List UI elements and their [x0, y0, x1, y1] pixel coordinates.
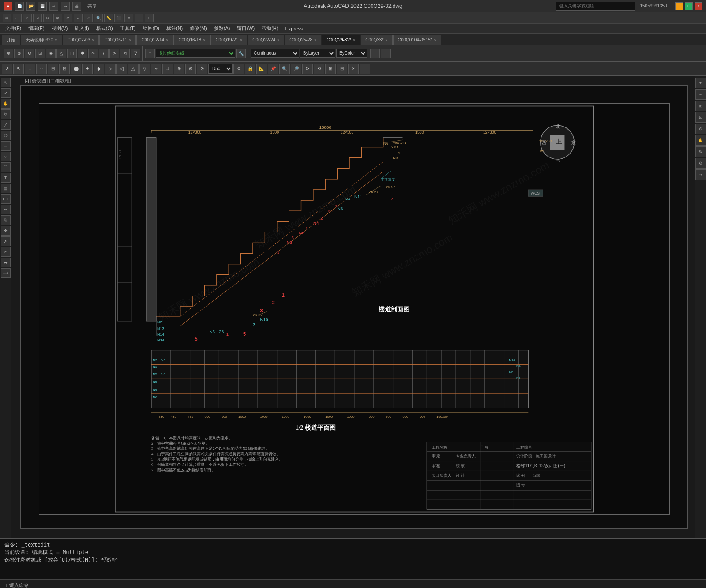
save-button[interactable]: 💾	[38, 2, 47, 11]
tab-c00q02-close[interactable]: ×	[92, 38, 94, 42]
t2-btn-7[interactable]: ⬤	[71, 64, 81, 74]
ribbon-tool-1[interactable]: ⊕	[4, 49, 13, 58]
ribbon-tool-10[interactable]: ≀	[99, 49, 109, 58]
ribbon-tool-8[interactable]: ✱	[78, 49, 87, 58]
sb-offset[interactable]: ⟹	[1, 268, 11, 278]
tab-c00q16-close[interactable]: ×	[203, 38, 205, 42]
rb-prop[interactable]: ⚙	[695, 158, 706, 169]
menu-dimension[interactable]: 标注(N)	[163, 24, 186, 34]
sb-orbit[interactable]: ↻	[1, 109, 11, 119]
app-icon[interactable]: A	[4, 2, 12, 11]
minimize-button[interactable]: −	[675, 2, 683, 10]
tab-c00q02[interactable]: C00Q02-03 ×	[63, 35, 99, 45]
redo-button[interactable]: ↪	[61, 2, 70, 11]
t2-btn-23[interactable]: 🔍	[279, 64, 290, 74]
t2-btn-28[interactable]: ⊟	[337, 64, 347, 74]
sb-circle[interactable]: ○	[1, 152, 11, 161]
tab-c00q06-close[interactable]: ×	[129, 38, 131, 42]
color-select[interactable]: ByColor	[336, 49, 367, 58]
tool-btn-15[interactable]: H	[145, 14, 154, 22]
tool-btn-9[interactable]: ⤢	[84, 14, 93, 22]
t2-btn-30[interactable]: ∣	[360, 64, 370, 74]
rb-fit[interactable]: ⊞	[695, 101, 706, 111]
drawing-canvas[interactable]: 工程名称 子 项 工程编号 审 定 专业负责人 设计阶段 施工图设计 审 核 校…	[20, 85, 688, 529]
tool-btn-11[interactable]: 📏	[104, 14, 113, 22]
t2-btn-6[interactable]: ⊟	[59, 64, 70, 74]
menu-help[interactable]: 帮助(H)	[258, 24, 282, 34]
sb-copy[interactable]: ⎘	[1, 215, 11, 225]
search-input[interactable]	[556, 2, 635, 11]
t2-btn-15[interactable]: ⌗	[162, 64, 173, 74]
t2-btn-2[interactable]: ↖	[13, 64, 24, 74]
t2-btn-14[interactable]: ⌖	[151, 64, 161, 74]
t2-btn-5[interactable]: ⊞	[48, 64, 58, 74]
tab-c00q12[interactable]: C00Q12-14 ×	[136, 35, 173, 45]
tool-btn-8[interactable]: ↔	[74, 14, 83, 22]
t2-btn-18[interactable]: ⊘	[197, 64, 207, 74]
t2-btn-22[interactable]: 📌	[268, 64, 278, 74]
ribbon-tool-6[interactable]: △	[56, 49, 66, 58]
close-button[interactable]: ×	[695, 2, 702, 10]
tab-c00q29-close[interactable]: ×	[353, 38, 355, 42]
t2-btn-16[interactable]: ⊕	[174, 64, 184, 74]
sb-move[interactable]: ✥	[1, 226, 11, 236]
rb-zoom-out[interactable]: −	[695, 89, 706, 100]
sb-hatch[interactable]: ▤	[1, 184, 11, 193]
sb-arc[interactable]: ⌒	[1, 162, 11, 172]
tab-c00q29[interactable]: C00Q29-32* ×	[322, 35, 360, 45]
tab-c00q19[interactable]: C00Q19-21 ×	[210, 35, 247, 45]
t2-btn-20[interactable]: 🔒	[245, 64, 255, 74]
tool-btn-2[interactable]: ▭	[13, 14, 22, 22]
t2-btn-4[interactable]: ↔	[36, 64, 47, 74]
ribbon-tool-2[interactable]: ⊗	[14, 49, 24, 58]
sb-rect[interactable]: ▭	[1, 141, 11, 151]
t2-btn-26[interactable]: ⟲	[314, 64, 324, 74]
tool-btn-4[interactable]: ⊿	[33, 14, 42, 22]
ribbon-tool-12[interactable]: ⊲	[120, 49, 130, 58]
tool-btn-6[interactable]: ⊕	[53, 14, 62, 22]
t2-btn-24[interactable]: 🔎	[291, 64, 301, 74]
tool-btn-13[interactable]: ≡	[124, 14, 133, 22]
sb-text[interactable]: T	[1, 173, 11, 183]
sb-line[interactable]: ╱	[1, 120, 11, 130]
menu-format[interactable]: 格式(O)	[93, 24, 116, 34]
sb-erase[interactable]: ✗	[1, 236, 11, 246]
tool-btn-3[interactable]: ○	[23, 14, 32, 22]
tab-c00q0104-close[interactable]: ×	[434, 38, 436, 42]
ribbon-tool-7[interactable]: ◻	[67, 49, 77, 58]
tab-c00q06[interactable]: C00Q06-11 ×	[99, 35, 136, 45]
sb-trim[interactable]: ✂	[1, 247, 11, 257]
layer-manager-btn[interactable]: ≡	[145, 49, 155, 58]
linetype-select[interactable]: Continuous	[251, 49, 299, 58]
snap-input[interactable]: D50	[208, 64, 233, 74]
tool-btn-7[interactable]: ⊗	[64, 14, 72, 22]
t2-btn-10[interactable]: ▷	[105, 64, 116, 74]
rb-orbit[interactable]: ↻	[695, 146, 706, 157]
layer-prop-btn[interactable]: 🔧	[236, 49, 246, 58]
t2-btn-1[interactable]: ↗	[2, 64, 12, 74]
tool-btn-14[interactable]: T	[135, 14, 143, 22]
sb-pan[interactable]: ✋	[1, 99, 11, 109]
tab-c00q33-close[interactable]: ×	[385, 38, 387, 42]
tool-btn-1[interactable]: ✏	[3, 14, 11, 22]
tool-btn-10[interactable]: 🔍	[94, 14, 103, 22]
undo-button[interactable]: ↩	[49, 2, 58, 11]
tab-c00q16[interactable]: C00Q16-18 ×	[173, 35, 210, 45]
tab-c00q33[interactable]: C00Q33* ×	[361, 35, 392, 45]
rb-pan[interactable]: ✋	[695, 135, 706, 146]
tab-c00q0104[interactable]: C00Q0104-0515* ×	[393, 35, 441, 45]
t2-btn-12[interactable]: △	[128, 64, 139, 74]
ribbon-tool-13[interactable]: ∇	[131, 49, 140, 58]
ribbon-tool-11[interactable]: ⊳	[109, 49, 119, 58]
t2-btn-27[interactable]: ⊞	[325, 64, 336, 74]
tab-c00q25-close[interactable]: ×	[314, 38, 316, 42]
tab-start[interactable]: 开始	[2, 35, 20, 45]
t2-btn-8[interactable]: ✦	[82, 64, 93, 74]
command-input-field[interactable]	[30, 583, 702, 588]
t2-btn-13[interactable]: ▽	[139, 64, 150, 74]
t2-btn-19[interactable]: ⚙	[233, 64, 244, 74]
t2-btn-3[interactable]: ↕	[25, 64, 35, 74]
menu-view[interactable]: 视图(V)	[48, 24, 71, 34]
t2-btn-11[interactable]: ◁	[116, 64, 127, 74]
sb-extend[interactable]: ↦	[1, 258, 11, 267]
